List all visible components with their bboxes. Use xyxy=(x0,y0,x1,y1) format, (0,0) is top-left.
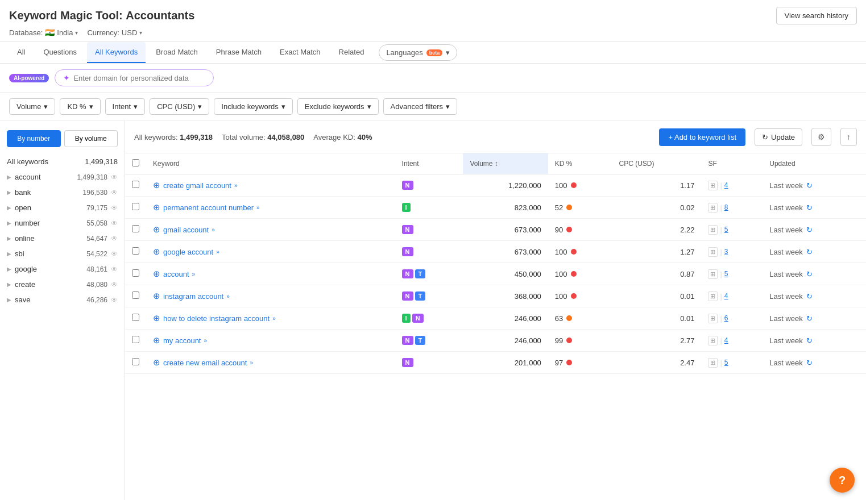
keyword-link[interactable]: ⊕ instagram account » xyxy=(153,291,388,301)
sidebar-item-label: sbi xyxy=(15,249,24,258)
tab-exact-match[interactable]: Exact Match xyxy=(272,42,329,63)
keyword-link[interactable]: ⊕ my account » xyxy=(153,335,388,345)
sidebar-item-number[interactable]: ▶ number 55,058 👁 xyxy=(0,215,125,231)
refresh-row-icon[interactable]: ↻ xyxy=(806,359,813,367)
refresh-row-icon[interactable]: ↻ xyxy=(806,314,813,323)
row-checkbox[interactable] xyxy=(132,225,139,232)
chevron-icon: ▾ xyxy=(198,102,202,111)
filter-kd[interactable]: KD %▾ xyxy=(60,98,100,115)
settings-button[interactable]: ⚙ xyxy=(811,128,831,146)
tab-broad-match[interactable]: Broad Match xyxy=(148,42,206,63)
eye-icon[interactable]: 👁 xyxy=(111,189,118,197)
update-button[interactable]: ↻ Update xyxy=(755,128,802,146)
sidebar-item-account[interactable]: ▶ account 1,499,318 👁 xyxy=(0,169,125,185)
eye-icon[interactable]: 👁 xyxy=(111,281,118,289)
row-checkbox[interactable] xyxy=(132,203,139,210)
row-checkbox[interactable] xyxy=(132,358,139,365)
languages-button[interactable]: Languages beta ▾ xyxy=(379,44,457,61)
currency-selector[interactable]: Currency: USD ▾ xyxy=(87,28,142,37)
expand-icon: » xyxy=(250,360,253,366)
eye-icon[interactable]: 👁 xyxy=(111,235,118,243)
sf-number[interactable]: 4 xyxy=(724,336,728,344)
domain-input[interactable]: ✦ Enter domain for personalized data xyxy=(55,69,214,86)
keyword-link[interactable]: ⊕ account » xyxy=(153,269,388,279)
eye-icon[interactable]: 👁 xyxy=(111,296,118,304)
eye-icon[interactable]: 👁 xyxy=(111,265,118,273)
kd-dot-icon xyxy=(566,205,572,210)
keyword-link[interactable]: ⊕ gmail account » xyxy=(153,224,388,235)
filter-advanced[interactable]: Advanced filters▾ xyxy=(383,98,458,115)
sidebar-item-online[interactable]: ▶ online 54,647 👁 xyxy=(0,231,125,246)
row-checkbox[interactable] xyxy=(132,314,139,321)
filter-exclude[interactable]: Exclude keywords▾ xyxy=(297,98,379,115)
sf-number[interactable]: 5 xyxy=(724,359,728,366)
row-checkbox[interactable] xyxy=(132,336,139,343)
table-row: ⊕ instagram account » NT 368,000 100 0.0… xyxy=(125,285,866,307)
cpc-value: 2.47 xyxy=(612,352,701,374)
updated-cell: Last week ↻ xyxy=(769,314,859,323)
sf-number[interactable]: 5 xyxy=(724,226,728,234)
add-to-keyword-list-button[interactable]: + Add to keyword list xyxy=(659,128,745,146)
keyword-link[interactable]: ⊕ permanent account number » xyxy=(153,202,388,213)
sf-number[interactable]: 4 xyxy=(724,292,728,300)
sf-number[interactable]: 5 xyxy=(724,270,728,278)
filter-intent[interactable]: Intent▾ xyxy=(105,98,146,115)
sf-number[interactable]: 6 xyxy=(724,314,728,322)
sidebar-item-bank[interactable]: ▶ bank 196,530 👁 xyxy=(0,185,125,200)
tab-all-keywords[interactable]: All Keywords xyxy=(87,42,146,63)
filter-cpc[interactable]: CPC (USD)▾ xyxy=(150,98,209,115)
tab-questions[interactable]: Questions xyxy=(35,42,85,63)
sf-cell: ⊞ | 4 xyxy=(708,336,756,345)
sidebar-item-open[interactable]: ▶ open 79,175 👁 xyxy=(0,200,125,215)
sf-number[interactable]: 8 xyxy=(724,203,728,211)
keyword-link[interactable]: ⊕ create new email account » xyxy=(153,357,388,368)
keyword-link[interactable]: ⊕ google account » xyxy=(153,247,388,257)
keyword-link[interactable]: ⊕ create gmail account » xyxy=(153,180,388,190)
export-button[interactable]: ↑ xyxy=(840,128,857,146)
by-volume-button[interactable]: By volume xyxy=(64,130,118,147)
database-selector[interactable]: Database: 🇮🇳 India ▾ xyxy=(9,28,78,37)
refresh-row-icon[interactable]: ↻ xyxy=(806,336,813,345)
refresh-row-icon[interactable]: ↻ xyxy=(806,226,813,234)
select-all-checkbox[interactable] xyxy=(132,159,139,166)
sidebar-chevron-icon: ▶ xyxy=(7,281,11,288)
eye-icon[interactable]: 👁 xyxy=(111,173,118,181)
sf-divider: | xyxy=(720,314,722,323)
ai-powered-badge: AI-powered xyxy=(9,74,49,82)
refresh-row-icon[interactable]: ↻ xyxy=(806,181,813,190)
row-checkbox[interactable] xyxy=(132,247,139,255)
help-button[interactable]: ? xyxy=(830,468,855,493)
row-checkbox[interactable] xyxy=(132,269,139,277)
eye-icon[interactable]: 👁 xyxy=(111,204,118,212)
refresh-row-icon[interactable]: ↻ xyxy=(806,203,813,212)
sidebar-chevron-icon: ▶ xyxy=(7,220,11,226)
tab-phrase-match[interactable]: Phrase Match xyxy=(208,42,270,63)
refresh-row-icon[interactable]: ↻ xyxy=(806,248,813,256)
sidebar-item-create[interactable]: ▶ create 48,080 👁 xyxy=(0,277,125,292)
col-volume[interactable]: Volume ↕ xyxy=(463,153,548,174)
sidebar-item-sbi[interactable]: ▶ sbi 54,522 👁 xyxy=(0,246,125,261)
tab-related[interactable]: Related xyxy=(331,42,372,63)
sf-number[interactable]: 3 xyxy=(724,248,728,256)
sidebar-item-google[interactable]: ▶ google 48,161 👁 xyxy=(0,261,125,277)
filter-volume[interactable]: Volume▾ xyxy=(9,98,55,115)
kd-dot-icon xyxy=(566,315,572,321)
tab-all[interactable]: All xyxy=(9,42,33,63)
eye-icon[interactable]: 👁 xyxy=(111,250,118,258)
keyword-link[interactable]: ⊕ how to delete instagram account » xyxy=(153,313,388,323)
sidebar-item-save[interactable]: ▶ save 46,286 👁 xyxy=(0,292,125,307)
sf-number[interactable]: 4 xyxy=(724,181,728,189)
row-checkbox[interactable] xyxy=(132,291,139,299)
by-number-button[interactable]: By number xyxy=(7,130,61,147)
intent-badges: I xyxy=(402,203,457,212)
expand-icon: » xyxy=(272,315,276,322)
volume-value: 201,000 xyxy=(463,352,548,374)
intent-badge-N: N xyxy=(402,181,413,190)
sidebar-all-keywords[interactable]: All keywords 1,499,318 xyxy=(0,154,125,169)
row-checkbox[interactable] xyxy=(132,181,139,188)
eye-icon[interactable]: 👁 xyxy=(111,219,118,227)
filter-include[interactable]: Include keywords▾ xyxy=(214,98,292,115)
view-history-button[interactable]: View search history xyxy=(776,7,857,24)
refresh-row-icon[interactable]: ↻ xyxy=(806,270,813,278)
refresh-row-icon[interactable]: ↻ xyxy=(806,292,813,301)
